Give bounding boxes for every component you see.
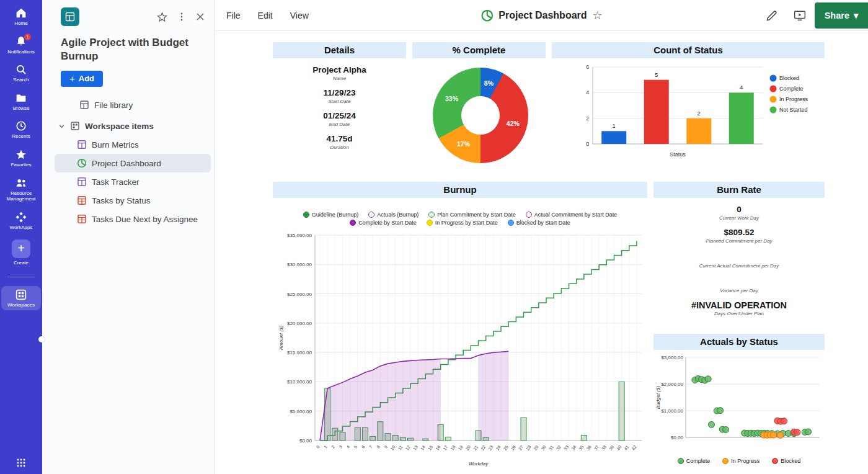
rail-item-resource-management[interactable]: Resource Management [1, 177, 41, 202]
menu-edit[interactable]: Edit [258, 11, 273, 20]
widget-title: Burnup [273, 182, 647, 198]
rail-label: Create [14, 260, 29, 266]
rail-item-favorites[interactable]: Favorites [1, 149, 41, 168]
menu-file[interactable]: File [226, 11, 241, 20]
metric-row: 01/25/24 End Date [273, 111, 406, 127]
panel-collapse-handle[interactable] [38, 336, 45, 342]
svg-text:$0.00: $0.00 [671, 435, 684, 440]
widget-title: Count of Status [552, 42, 825, 58]
add-button[interactable]: + Add [61, 71, 103, 87]
kebab-menu-icon[interactable] [177, 12, 186, 22]
widget-title: Actuals by Status [653, 334, 825, 350]
rail-label: WorkApps [10, 225, 33, 231]
metric-row: Current Actual Commitment per Day [653, 253, 825, 269]
svg-text:1: 1 [613, 122, 616, 129]
rail-item-recents[interactable]: Recents [1, 120, 41, 140]
sidebar-item-task-tracker[interactable]: Task Tracker [55, 172, 211, 191]
svg-text:$2,000.00: $2,000.00 [661, 382, 683, 387]
svg-text:$1,000.00: $1,000.00 [661, 408, 683, 414]
svg-text:23: 23 [487, 444, 494, 450]
clock-icon [16, 120, 27, 132]
report-icon [77, 195, 87, 205]
page-title: Project Dashboard [498, 10, 587, 21]
sidebar-item-tasks-by-status[interactable]: Tasks by Status [55, 191, 211, 210]
rail-item-search[interactable]: Search [1, 64, 41, 83]
svg-text:Budget ($): Budget ($) [655, 385, 661, 409]
legend-item: Actual Commitment by Start Date [526, 212, 618, 218]
legend-item: Guideline (Burnup) [303, 212, 359, 218]
rail-label: Notifications [7, 49, 35, 55]
people-icon [16, 177, 27, 189]
rail-item-create[interactable]: + Create [1, 239, 41, 266]
svg-text:16: 16 [435, 444, 441, 450]
workspace-avatar[interactable] [61, 7, 79, 26]
file-library-icon [79, 100, 89, 110]
metric-row: Project Alpha Name [273, 65, 406, 81]
workspace-title: Agile Project with Budget Burnup [42, 26, 215, 63]
rail-label: Workspaces [7, 302, 35, 308]
svg-text:32: 32 [556, 444, 562, 450]
svg-text:$20,000.00: $20,000.00 [287, 321, 312, 326]
svg-text:Complete: Complete [779, 86, 804, 92]
donut-chart: 8%42%17%33% [433, 68, 528, 163]
svg-text:0: 0 [586, 141, 589, 147]
widget-title: Burn Rate [653, 182, 825, 198]
favorite-star-icon[interactable] [157, 12, 167, 22]
svg-text:6: 6 [361, 444, 366, 449]
svg-text:$3,000.00: $3,000.00 [661, 355, 683, 360]
rail-item-workapps[interactable]: WorkApps [1, 212, 41, 231]
notification-badge: 1 [24, 34, 31, 40]
donut-slice-label: 17% [457, 140, 470, 148]
svg-text:$30,000.00: $30,000.00 [287, 262, 312, 267]
rail-item-notifications[interactable]: 1 Notifications [1, 36, 41, 55]
left-rail: Home 1 Notifications Search Browse Recen… [0, 0, 42, 474]
edit-pencil-icon[interactable] [766, 10, 777, 22]
svg-text:3: 3 [338, 444, 343, 449]
sidebar-item-workspace-items[interactable]: Workspace items [42, 117, 215, 135]
svg-text:12: 12 [405, 444, 411, 450]
rail-label: Recents [12, 133, 30, 140]
donut-slice-label: 42% [507, 120, 520, 127]
widget-actuals-by-status: Actuals by Status $0.00$1,000.00$2,000.0… [653, 334, 825, 464]
widget-count-of-status: Count of Status 02461524StatusBlockedCom… [552, 42, 825, 165]
share-button[interactable]: Share ▾ [815, 2, 868, 29]
favorite-star-icon[interactable]: ☆ [593, 9, 603, 22]
svg-text:15: 15 [427, 444, 433, 450]
svg-text:19: 19 [458, 444, 464, 450]
rail-item-home[interactable]: Home [1, 7, 41, 27]
workapps-icon [16, 212, 27, 223]
widget-details: Details Project Alpha Name 11/29/23 Star… [273, 42, 406, 150]
dashboard-pie-icon [77, 158, 87, 168]
sheet-icon [77, 140, 87, 150]
widget-percent-complete: % Complete 8%42%17%33% [412, 42, 546, 172]
svg-text:4: 4 [740, 84, 743, 91]
present-icon[interactable] [794, 10, 806, 21]
donut-hole [461, 96, 500, 135]
sidebar-item-tasks-due-next[interactable]: Tasks Due Next by Assignee [55, 210, 211, 228]
rail-item-workspaces[interactable]: Workspaces [1, 286, 41, 310]
svg-text:0: 0 [316, 444, 321, 449]
svg-text:11: 11 [397, 444, 404, 450]
menubar: File Edit View [215, 11, 309, 20]
rail-label: Favorites [11, 162, 32, 168]
svg-text:13: 13 [412, 444, 418, 450]
close-panel-icon[interactable] [196, 12, 205, 21]
svg-text:30: 30 [541, 444, 547, 450]
home-icon [16, 7, 27, 19]
document-title-group: Project Dashboard ☆ [480, 0, 602, 31]
rail-item-browse[interactable]: Browse [1, 92, 41, 112]
svg-text:18: 18 [450, 444, 456, 450]
svg-text:5: 5 [353, 444, 358, 449]
legend-item: Plan Commitment by Start Date [428, 212, 516, 218]
sidebar-item-file-library[interactable]: File library [42, 96, 215, 114]
svg-text:34: 34 [570, 444, 577, 450]
sidebar-item-project-dashboard[interactable]: Project Dashboard [55, 154, 211, 172]
burnup-chart: $0.00$5,000.00$10,000.00$15,000.00$20,00… [273, 198, 647, 472]
menu-view[interactable]: View [290, 11, 309, 20]
sidebar-item-burn-metrics[interactable]: Burn Metrics [55, 135, 211, 154]
rail-item-app-grid[interactable] [1, 458, 41, 468]
metric-row: Variance per Day [653, 277, 825, 293]
legend-item: Complete [678, 458, 711, 464]
percent-complete-chart: 8%42%17%33% [412, 58, 546, 172]
svg-text:5: 5 [655, 71, 658, 78]
